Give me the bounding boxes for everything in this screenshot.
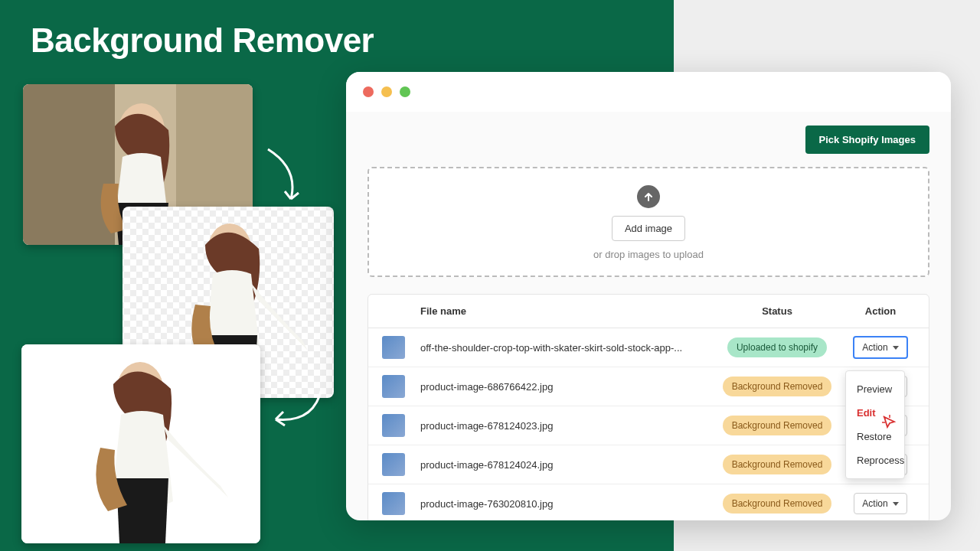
add-image-button[interactable]: Add image: [612, 216, 685, 241]
status-badge: Uploaded to shopify: [727, 337, 827, 357]
file-thumbnail: [382, 336, 405, 359]
dropdown-item-reprocess[interactable]: Reprocess: [846, 448, 904, 472]
chevron-down-icon: [893, 346, 899, 350]
upload-icon: [637, 185, 660, 208]
dropdown-item-preview[interactable]: Preview: [846, 377, 904, 401]
arrow-down-icon: [260, 145, 306, 214]
table-row: product-image-763020810.jpgBackground Re…: [368, 484, 929, 520]
cursor-click-icon: [880, 413, 900, 433]
window-maximize-icon[interactable]: [400, 86, 410, 97]
file-name: product-image-678124023.jpg: [420, 420, 708, 432]
page-title: Background Remover: [31, 21, 374, 60]
example-final-image: [21, 344, 260, 543]
svg-rect-1: [23, 84, 115, 245]
file-thumbnail: [382, 375, 405, 398]
status-badge: Background Removed: [723, 455, 832, 474]
action-button[interactable]: Action: [854, 493, 906, 514]
window-minimize-icon[interactable]: [381, 86, 392, 97]
table-row: off-the-shoulder-crop-top-with-skater-sk…: [368, 328, 929, 367]
status-badge: Background Removed: [723, 494, 832, 514]
svg-line-9: [884, 416, 886, 419]
file-name: off-the-shoulder-crop-top-with-skater-sk…: [420, 342, 708, 354]
table-header: File name Status Action: [368, 295, 929, 328]
drop-hint-text: or drop images to upload: [593, 249, 704, 260]
header-status: Status: [708, 305, 846, 317]
file-thumbnail: [382, 414, 405, 437]
chevron-down-icon: [893, 502, 899, 506]
status-badge: Background Removed: [723, 416, 832, 435]
pick-shopify-images-button[interactable]: Pick Shopify Images: [805, 126, 929, 154]
file-thumbnail: [382, 453, 405, 476]
status-badge: Background Removed: [723, 377, 832, 396]
window-close-icon[interactable]: [363, 86, 374, 97]
window-titlebar: [346, 72, 951, 112]
file-thumbnail: [382, 492, 405, 515]
header-action: Action: [846, 305, 915, 317]
upload-dropzone[interactable]: Add image or drop images to upload: [368, 167, 929, 277]
arrow-left-icon: [260, 381, 329, 435]
file-name: product-image-678124024.jpg: [420, 459, 708, 471]
toolbar: Pick Shopify Images: [346, 112, 951, 167]
header-file: File name: [420, 305, 708, 317]
action-button[interactable]: Action: [853, 336, 907, 359]
file-name: product-image-763020810.jpg: [420, 498, 708, 510]
file-name: product-image-686766422.jpg: [420, 381, 708, 393]
